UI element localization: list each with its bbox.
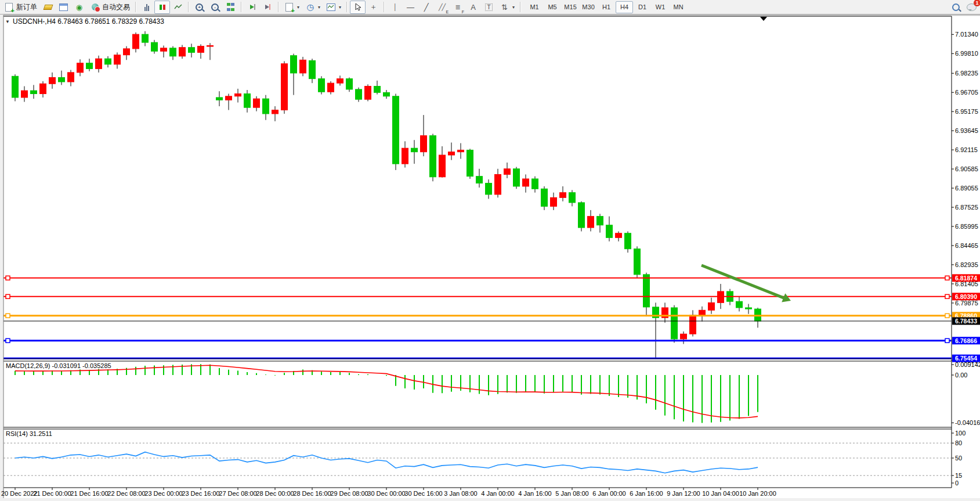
candle-body-down	[597, 217, 603, 225]
chevron-down-icon: ▾	[318, 5, 320, 10]
vertical-line-tool-button[interactable]: ｜	[387, 1, 403, 14]
price-axis-label: 6.96705	[955, 89, 978, 96]
macd-pane[interactable]	[3, 361, 952, 427]
macd-axis-label: -0.040162	[955, 419, 980, 426]
timeframe-button-d1[interactable]: D1	[634, 1, 651, 13]
chat-icon[interactable]: 1	[967, 2, 977, 12]
price-axis-label: 6.84465	[955, 242, 978, 249]
candle-body-up	[254, 99, 260, 107]
toolbar-separator	[135, 2, 136, 12]
timeframe-button-m30[interactable]: M30	[580, 1, 597, 13]
main-price-pane[interactable]	[3, 16, 952, 359]
period-menu-button[interactable]: ◷▾	[302, 1, 323, 14]
time-axis-label: 4 Jan 00:00	[481, 490, 515, 497]
vertical-line-icon: ｜	[390, 2, 400, 12]
tile-windows-button[interactable]	[223, 1, 238, 14]
shapes-tool-button[interactable]: ⇅▾	[497, 1, 518, 14]
candle-body-down	[356, 89, 362, 99]
bar-chart-mode-button[interactable]	[139, 1, 154, 14]
candle-body-up	[504, 169, 511, 175]
toolbar-separator	[520, 2, 521, 12]
timeframe-button-m15[interactable]: M15	[562, 1, 579, 13]
cursor-tool-button[interactable]	[350, 1, 366, 14]
timeframe-button-h1[interactable]: H1	[598, 1, 615, 13]
candle-body-down	[309, 60, 316, 78]
price-axis-label: 6.92115	[955, 146, 978, 153]
chart-canvas[interactable]: 7.013406.998106.982356.967056.951756.936…	[0, 0, 980, 501]
candle-body-up	[439, 155, 446, 177]
line-chart-mode-button[interactable]	[170, 1, 186, 14]
auto-scroll-button[interactable]	[244, 1, 260, 14]
macd-axis-label: 0.00	[955, 372, 967, 379]
candle-body-down	[291, 56, 297, 73]
candle-body-up	[235, 93, 241, 96]
text-label-tool-button[interactable]: T	[481, 1, 497, 14]
hline-handle[interactable]	[6, 338, 10, 343]
trendline-tool-button[interactable]: ╱	[418, 1, 434, 14]
hline-handle[interactable]	[6, 313, 10, 318]
hline-handle[interactable]	[945, 276, 949, 280]
text-tool-button[interactable]: A	[465, 1, 481, 14]
search-icon[interactable]	[951, 2, 961, 12]
zoom-out-icon: -	[210, 2, 220, 12]
time-axis-label: 28 Dec 16:00	[293, 490, 331, 497]
shapes-icon: ⇅	[500, 2, 509, 12]
time-axis-label: 20 Dec 2022	[1, 490, 37, 497]
add-indicator-button[interactable]: +▾	[281, 1, 302, 14]
new-chart-button[interactable]	[56, 1, 71, 14]
zoom-in-button[interactable]: +	[191, 1, 207, 14]
price-axis-label: 6.82935	[955, 261, 978, 268]
time-axis-label: 29 Dec 08:00	[330, 490, 368, 497]
signal-icon: ◉	[74, 2, 84, 12]
channel-tool-button[interactable]: ╱╱E	[434, 1, 450, 14]
horizontal-line-tool-button[interactable]: —	[403, 1, 418, 14]
symbol-dropdown-icon[interactable]: ▼	[5, 19, 10, 24]
template-menu-button[interactable]: ▾	[323, 1, 344, 14]
candle-body-down	[244, 93, 251, 107]
new-order-button[interactable]: + 新订单	[1, 1, 40, 14]
candle-body-up	[114, 55, 121, 64]
gold-icon	[43, 2, 53, 12]
hline-handle[interactable]	[6, 276, 10, 280]
hline-handle[interactable]	[6, 294, 10, 298]
candle-body-up	[337, 79, 343, 84]
timeframe-button-w1[interactable]: W1	[652, 1, 669, 13]
fibonacci-tool-button[interactable]: ≣F	[450, 1, 465, 14]
price-line-badge: 6.75454	[952, 355, 980, 362]
timeframe-button-m1[interactable]: M1	[526, 1, 543, 13]
signals-button[interactable]: ◉	[71, 1, 87, 14]
candle-body-down	[393, 96, 399, 164]
time-axis-label: 30 Dec 16:00	[404, 490, 442, 497]
time-axis-label: 27 Dec 08:00	[219, 490, 256, 497]
timeframe-button-h4[interactable]: H4	[616, 1, 633, 13]
notification-badge: 1	[974, 0, 980, 6]
zoom-out-button[interactable]: -	[207, 1, 223, 14]
horizontal-line-icon: —	[406, 2, 415, 12]
hline-handle[interactable]	[945, 338, 949, 343]
price-line-badge: 6.81874	[952, 274, 980, 282]
hline-handle[interactable]	[945, 313, 949, 318]
time-axis-label: 21 Dec 00:00	[33, 490, 71, 497]
toolbar-separator	[384, 2, 385, 12]
candle-body-down	[486, 183, 492, 194]
crosshair-tool-button[interactable]: ＋	[366, 1, 381, 14]
candle-body-up	[708, 302, 715, 310]
candle-body-up	[495, 174, 501, 194]
candlestick-mode-button[interactable]	[154, 1, 170, 14]
chart-shift-button[interactable]	[260, 1, 276, 14]
auto-trading-button[interactable]: 自动交易	[87, 1, 133, 14]
line-chart-icon	[173, 2, 183, 12]
candle-body-up	[588, 217, 594, 228]
toolbar-separator	[188, 2, 189, 12]
timeframe-button-mn[interactable]: MN	[670, 1, 687, 13]
timeframe-button-m5[interactable]: M5	[544, 1, 561, 13]
new-order-icon: +	[4, 2, 14, 12]
cursor-icon	[353, 2, 363, 12]
gold-button[interactable]	[40, 1, 56, 14]
rsi-axis-label: 80	[955, 439, 962, 446]
hline-handle[interactable]	[945, 294, 949, 298]
price-axis-label: 6.79875	[955, 300, 978, 307]
tile-windows-icon	[226, 2, 236, 12]
price-line-badge: 6.76866	[952, 337, 980, 344]
candle-body-down	[411, 148, 418, 152]
